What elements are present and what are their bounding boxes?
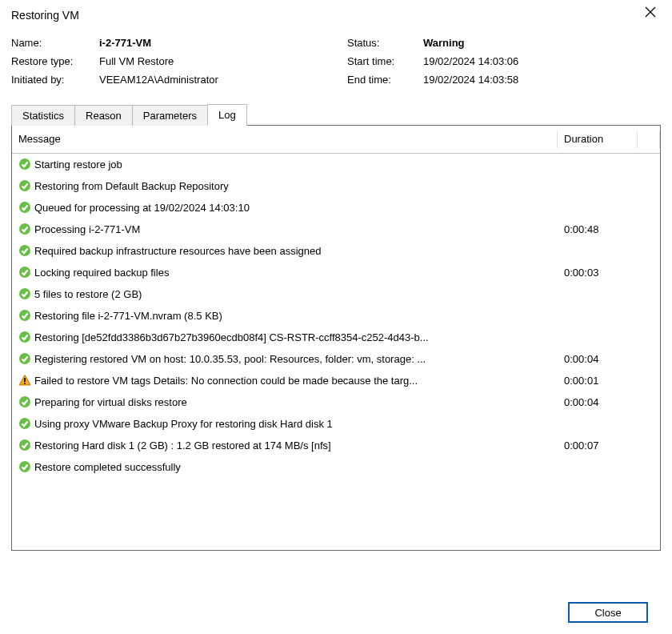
success-icon	[18, 352, 31, 365]
start-time-label: Start time:	[347, 55, 423, 67]
table-row[interactable]: Restore completed successfully	[12, 456, 660, 478]
log-message-text: Queued for processing at 19/02/2024 14:0…	[34, 202, 250, 214]
log-duration-cell: 0:00:04	[558, 348, 638, 370]
spacer-cell	[638, 153, 660, 175]
log-message-text: Preparing for virtual disks restore	[34, 396, 187, 408]
svg-point-4	[19, 202, 30, 213]
status-label: Status:	[347, 37, 423, 49]
log-message-cell: Failed to restore VM tags Details: No co…	[12, 370, 558, 391]
dialog-title: Restoring VM	[11, 9, 79, 22]
log-duration-cell	[558, 175, 638, 197]
spacer-column-header	[638, 126, 660, 153]
svg-point-10	[19, 331, 30, 343]
success-icon	[18, 460, 31, 473]
message-column-header[interactable]: Message	[12, 126, 558, 153]
log-message-text: Required backup infrastructure resources…	[34, 245, 321, 257]
log-message-cell: Restoring file i-2-771-VM.nvram (8.5 KB)	[12, 305, 558, 327]
log-message-cell: 5 files to restore (2 GB)	[12, 283, 558, 305]
table-row[interactable]: Failed to restore VM tags Details: No co…	[12, 370, 660, 391]
success-icon	[18, 417, 31, 430]
log-duration-cell	[558, 240, 638, 262]
spacer-cell	[638, 262, 660, 283]
log-message-cell: Restoring [de52fdd3386b3d67b27b3960ecdb0…	[12, 327, 558, 348]
close-button[interactable]: Close	[568, 602, 648, 623]
initiated-by-label: Initiated by:	[11, 74, 99, 86]
log-duration-cell	[558, 153, 638, 175]
log-duration-cell: 0:00:07	[558, 435, 638, 456]
duration-column-header[interactable]: Duration	[558, 126, 638, 153]
spacer-cell	[638, 435, 660, 456]
log-message-cell: Processing i-2-771-VM	[12, 219, 558, 240]
warning-icon	[18, 374, 31, 387]
tab-parameters[interactable]: Parameters	[132, 105, 208, 126]
success-icon	[18, 158, 31, 171]
restore-type-value: Full VM Restore	[99, 55, 174, 67]
tab-row: Statistics Reason Parameters Log	[0, 103, 672, 125]
table-row[interactable]: Starting restore job	[12, 153, 660, 175]
tab-statistics[interactable]: Statistics	[11, 105, 75, 126]
log-message-cell: Restore completed successfully	[12, 456, 558, 478]
log-table-container: Message Duration Starting restore jobRes…	[11, 125, 661, 551]
table-row[interactable]: Using proxy VMware Backup Proxy for rest…	[12, 413, 660, 435]
success-icon	[18, 223, 31, 235]
table-row[interactable]: Required backup infrastructure resources…	[12, 240, 660, 262]
spacer-cell	[638, 456, 660, 478]
spacer-cell	[638, 175, 660, 197]
log-message-text: Starting restore job	[34, 158, 122, 171]
svg-point-17	[19, 461, 30, 472]
log-message-text: Using proxy VMware Backup Proxy for rest…	[34, 418, 333, 430]
start-time-value: 19/02/2024 14:03:06	[423, 55, 518, 67]
status-value: Warning	[423, 37, 465, 49]
tab-log[interactable]: Log	[207, 104, 247, 126]
log-duration-cell	[558, 197, 638, 219]
table-row[interactable]: Preparing for virtual disks restore0:00:…	[12, 391, 660, 413]
svg-point-11	[19, 353, 30, 364]
log-message-text: Restoring [de52fdd3386b3d67b27b3960ecdb0…	[34, 331, 429, 343]
spacer-cell	[638, 305, 660, 327]
log-message-cell: Starting restore job	[12, 154, 558, 175]
log-message-text: Processing i-2-771-VM	[34, 223, 140, 235]
header-summary: Name: i-2-771-VM Status: Warning Restore…	[0, 22, 672, 103]
table-row[interactable]: Processing i-2-771-VM0:00:48	[12, 219, 660, 240]
spacer-cell	[638, 348, 660, 370]
log-duration-cell: 0:00:03	[558, 262, 638, 283]
log-duration-cell	[558, 413, 638, 435]
table-row[interactable]: Registering restored VM on host: 10.0.35…	[12, 348, 660, 370]
spacer-cell	[638, 370, 660, 391]
log-message-text: Restoring Hard disk 1 (2 GB) : 1.2 GB re…	[34, 439, 331, 451]
table-row[interactable]: Restoring Hard disk 1 (2 GB) : 1.2 GB re…	[12, 435, 660, 456]
success-icon	[18, 331, 31, 343]
end-time-value: 19/02/2024 14:03:58	[423, 74, 518, 86]
svg-point-6	[19, 245, 30, 256]
log-message-text: Restoring file i-2-771-VM.nvram (8.5 KB)	[34, 310, 222, 322]
svg-point-8	[19, 288, 30, 299]
success-icon	[18, 287, 31, 300]
log-message-cell: Using proxy VMware Backup Proxy for rest…	[12, 413, 558, 435]
svg-point-5	[19, 223, 30, 235]
spacer-cell	[638, 240, 660, 262]
log-duration-cell	[558, 327, 638, 348]
log-message-cell: Restoring Hard disk 1 (2 GB) : 1.2 GB re…	[12, 435, 558, 456]
tab-reason[interactable]: Reason	[74, 105, 133, 126]
svg-point-7	[19, 267, 30, 278]
spacer-cell	[638, 283, 660, 305]
initiated-by-value: VEEAM12A\Administrator	[99, 74, 218, 86]
end-time-label: End time:	[347, 74, 423, 86]
table-row[interactable]: Restoring file i-2-771-VM.nvram (8.5 KB)	[12, 305, 660, 327]
log-message-text: Locking required backup files	[34, 267, 169, 279]
restore-type-label: Restore type:	[11, 55, 99, 67]
svg-point-14	[19, 396, 30, 407]
log-message-cell: Required backup infrastructure resources…	[12, 240, 558, 262]
close-icon[interactable]	[640, 5, 661, 22]
table-row[interactable]: Queued for processing at 19/02/2024 14:0…	[12, 197, 660, 219]
success-icon	[18, 395, 31, 408]
table-row[interactable]: Restoring [de52fdd3386b3d67b27b3960ecdb0…	[12, 327, 660, 348]
svg-point-2	[19, 158, 30, 170]
spacer-cell	[638, 197, 660, 219]
log-message-cell: Registering restored VM on host: 10.0.35…	[12, 348, 558, 370]
log-message-cell: Queued for processing at 19/02/2024 14:0…	[12, 197, 558, 219]
table-row[interactable]: Locking required backup files0:00:03	[12, 262, 660, 283]
table-row[interactable]: 5 files to restore (2 GB)	[12, 283, 660, 305]
table-row[interactable]: Restoring from Default Backup Repository	[12, 175, 660, 197]
success-icon	[18, 309, 31, 322]
